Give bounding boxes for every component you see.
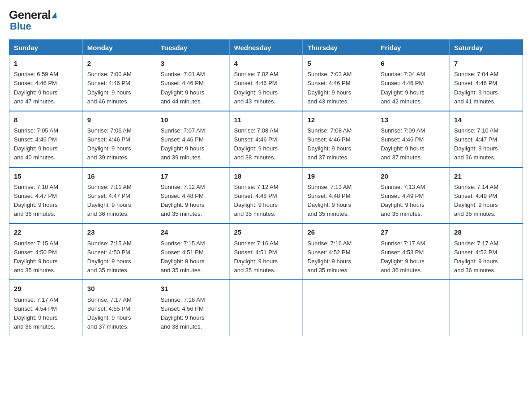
day-number: 13 [381,115,445,125]
weekday-header-sunday: Sunday [9,40,83,56]
day-number: 22 [14,227,78,237]
day-info: Sunrise: 7:07 AMSunset: 4:46 PMDaylight:… [161,126,225,163]
calendar-cell: 7Sunrise: 7:04 AMSunset: 4:46 PMDaylight… [450,55,523,111]
day-number: 21 [454,171,518,181]
day-info: Sunrise: 7:18 AMSunset: 4:56 PMDaylight:… [161,295,225,332]
day-info: Sunrise: 7:10 AMSunset: 4:47 PMDaylight:… [454,126,518,163]
day-info: Sunrise: 7:13 AMSunset: 4:48 PMDaylight:… [307,183,371,219]
day-number: 6 [381,58,445,68]
day-info: Sunrise: 7:00 AMSunset: 4:46 PMDaylight:… [87,70,151,106]
weekday-header-saturday: Saturday [450,40,523,56]
logo: General Blue [9,9,57,31]
calendar-cell: 22Sunrise: 7:15 AMSunset: 4:50 PMDayligh… [9,223,83,280]
day-info: Sunrise: 7:15 AMSunset: 4:51 PMDaylight:… [161,239,225,275]
day-number: 10 [161,115,225,125]
day-number: 2 [87,58,151,68]
day-number: 26 [307,227,371,237]
calendar-week-row: 8Sunrise: 7:05 AMSunset: 4:46 PMDaylight… [9,111,523,167]
day-info: Sunrise: 6:59 AMSunset: 4:46 PMDaylight:… [14,70,78,106]
day-number: 30 [87,283,151,294]
calendar-cell: 1Sunrise: 6:59 AMSunset: 4:46 PMDaylight… [9,55,83,111]
calendar-cell: 4Sunrise: 7:02 AMSunset: 4:46 PMDaylight… [229,55,303,111]
page-header: General Blue [9,9,523,31]
calendar-cell: 11Sunrise: 7:08 AMSunset: 4:46 PMDayligh… [229,111,303,167]
day-info: Sunrise: 7:11 AMSunset: 4:47 PMDaylight:… [87,183,151,219]
day-number: 18 [234,171,298,181]
day-info: Sunrise: 7:13 AMSunset: 4:49 PMDaylight:… [381,183,445,219]
day-info: Sunrise: 7:08 AMSunset: 4:46 PMDaylight:… [307,126,371,163]
calendar-cell: 17Sunrise: 7:12 AMSunset: 4:48 PMDayligh… [156,167,229,224]
day-info: Sunrise: 7:16 AMSunset: 4:52 PMDaylight:… [307,239,371,275]
day-info: Sunrise: 7:17 AMSunset: 4:53 PMDaylight:… [454,239,518,275]
day-number: 24 [161,227,225,237]
calendar-week-row: 15Sunrise: 7:10 AMSunset: 4:47 PMDayligh… [9,167,523,224]
calendar-cell: 20Sunrise: 7:13 AMSunset: 4:49 PMDayligh… [376,167,450,224]
weekday-header-thursday: Thursday [303,40,376,56]
calendar-cell: 12Sunrise: 7:08 AMSunset: 4:46 PMDayligh… [303,111,376,167]
day-info: Sunrise: 7:09 AMSunset: 4:46 PMDaylight:… [381,126,445,163]
calendar-cell: 21Sunrise: 7:14 AMSunset: 4:49 PMDayligh… [450,167,523,224]
day-number: 17 [161,171,225,181]
calendar-cell: 27Sunrise: 7:17 AMSunset: 4:53 PMDayligh… [376,223,450,280]
calendar-week-row: 1Sunrise: 6:59 AMSunset: 4:46 PMDaylight… [9,55,523,111]
calendar-cell: 9Sunrise: 7:06 AMSunset: 4:46 PMDaylight… [82,111,156,167]
day-info: Sunrise: 7:17 AMSunset: 4:55 PMDaylight:… [87,295,151,332]
calendar-cell: 31Sunrise: 7:18 AMSunset: 4:56 PMDayligh… [156,280,229,336]
day-info: Sunrise: 7:04 AMSunset: 4:46 PMDaylight:… [381,70,445,106]
day-info: Sunrise: 7:15 AMSunset: 4:50 PMDaylight:… [87,239,151,275]
day-info: Sunrise: 7:01 AMSunset: 4:46 PMDaylight:… [161,70,225,106]
calendar-cell [303,280,376,336]
calendar-cell: 5Sunrise: 7:03 AMSunset: 4:46 PMDaylight… [303,55,376,111]
weekday-header-monday: Monday [82,40,156,56]
day-number: 19 [307,171,371,181]
calendar-cell: 25Sunrise: 7:16 AMSunset: 4:51 PMDayligh… [229,223,303,280]
day-info: Sunrise: 7:06 AMSunset: 4:46 PMDaylight:… [87,126,151,163]
logo-general: General [9,9,57,21]
calendar-cell: 8Sunrise: 7:05 AMSunset: 4:46 PMDaylight… [9,111,83,167]
day-info: Sunrise: 7:15 AMSunset: 4:50 PMDaylight:… [14,239,78,275]
calendar-cell: 10Sunrise: 7:07 AMSunset: 4:46 PMDayligh… [156,111,229,167]
day-number: 9 [87,115,151,125]
day-number: 20 [381,171,445,181]
calendar-week-row: 29Sunrise: 7:17 AMSunset: 4:54 PMDayligh… [9,280,523,336]
calendar-cell: 14Sunrise: 7:10 AMSunset: 4:47 PMDayligh… [450,111,523,167]
calendar-cell: 15Sunrise: 7:10 AMSunset: 4:47 PMDayligh… [9,167,83,224]
logo-blue: Blue [10,21,57,31]
calendar-cell: 28Sunrise: 7:17 AMSunset: 4:53 PMDayligh… [450,223,523,280]
day-number: 7 [454,58,518,68]
calendar-cell: 30Sunrise: 7:17 AMSunset: 4:55 PMDayligh… [82,280,156,336]
day-info: Sunrise: 7:16 AMSunset: 4:51 PMDaylight:… [234,239,298,275]
day-info: Sunrise: 7:14 AMSunset: 4:49 PMDaylight:… [454,183,518,219]
day-number: 23 [87,227,151,237]
calendar-cell: 6Sunrise: 7:04 AMSunset: 4:46 PMDaylight… [376,55,450,111]
day-info: Sunrise: 7:05 AMSunset: 4:46 PMDaylight:… [14,126,78,163]
day-number: 12 [307,115,371,125]
day-number: 4 [234,58,298,68]
day-number: 14 [454,115,518,125]
calendar-cell [376,280,450,336]
day-number: 15 [14,171,78,181]
day-number: 11 [234,115,298,125]
calendar-cell [229,280,303,336]
calendar-week-row: 22Sunrise: 7:15 AMSunset: 4:50 PMDayligh… [9,223,523,280]
day-info: Sunrise: 7:03 AMSunset: 4:46 PMDaylight:… [307,70,371,106]
calendar-cell: 16Sunrise: 7:11 AMSunset: 4:47 PMDayligh… [82,167,156,224]
calendar-cell: 23Sunrise: 7:15 AMSunset: 4:50 PMDayligh… [82,223,156,280]
weekday-header-tuesday: Tuesday [156,40,229,56]
calendar-header-row: SundayMondayTuesdayWednesdayThursdayFrid… [9,40,523,56]
day-info: Sunrise: 7:12 AMSunset: 4:48 PMDaylight:… [234,183,298,219]
day-info: Sunrise: 7:04 AMSunset: 4:46 PMDaylight:… [454,70,518,106]
calendar-cell: 3Sunrise: 7:01 AMSunset: 4:46 PMDaylight… [156,55,229,111]
weekday-header-wednesday: Wednesday [229,40,303,56]
calendar-cell [450,280,523,336]
day-number: 3 [161,58,225,68]
day-number: 28 [454,227,518,237]
day-number: 31 [161,283,225,294]
day-info: Sunrise: 7:17 AMSunset: 4:54 PMDaylight:… [14,295,78,332]
calendar-cell: 18Sunrise: 7:12 AMSunset: 4:48 PMDayligh… [229,167,303,224]
day-number: 25 [234,227,298,237]
calendar-cell: 19Sunrise: 7:13 AMSunset: 4:48 PMDayligh… [303,167,376,224]
calendar-cell: 13Sunrise: 7:09 AMSunset: 4:46 PMDayligh… [376,111,450,167]
day-number: 29 [14,283,78,294]
day-number: 27 [381,227,445,237]
